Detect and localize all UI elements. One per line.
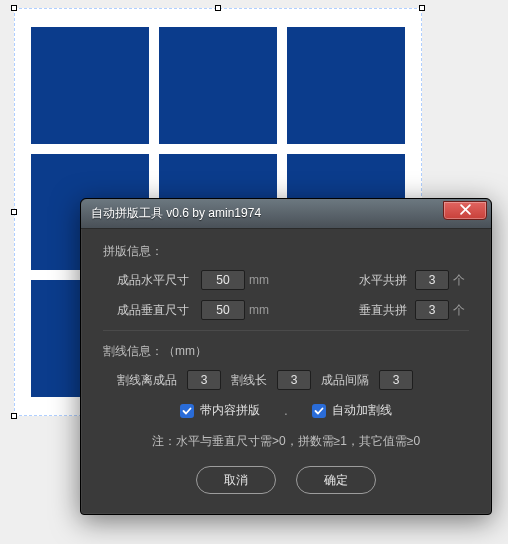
hcount-input[interactable] bbox=[415, 270, 449, 290]
unit-mm: mm bbox=[249, 273, 269, 287]
cut-len-label: 割线长 bbox=[231, 372, 267, 389]
grid-cell bbox=[287, 27, 405, 144]
resize-handle-bl[interactable] bbox=[11, 413, 17, 419]
cancel-button[interactable]: 取消 bbox=[196, 466, 276, 494]
unit-mm: mm bbox=[249, 303, 269, 317]
ok-button[interactable]: 确定 bbox=[296, 466, 376, 494]
note-text: 注：水平与垂直尺寸需>0，拼数需≥1，其它值需≥0 bbox=[103, 433, 469, 450]
checkbox-icon bbox=[180, 404, 194, 418]
checkbox-icon bbox=[312, 404, 326, 418]
close-button[interactable] bbox=[443, 201, 487, 220]
cut-gap-input[interactable] bbox=[187, 370, 221, 390]
titlebar[interactable]: 自动拼版工具 v0.6 by amin1974 bbox=[81, 199, 491, 229]
separator-dot: . bbox=[284, 404, 287, 418]
dialog-title: 自动拼版工具 v0.6 by amin1974 bbox=[91, 205, 443, 222]
unit-count: 个 bbox=[453, 272, 465, 289]
section-title: 拼版信息： bbox=[103, 243, 469, 260]
grid-cell bbox=[31, 27, 149, 144]
hcount-label: 水平共拼 bbox=[359, 272, 415, 289]
resize-handle-l[interactable] bbox=[11, 209, 17, 215]
section-cutline-info: 割线信息：（mm） 割线离成品 割线长 成品间隔 bbox=[103, 343, 469, 390]
width-label: 成品水平尺寸 bbox=[117, 272, 201, 289]
section-title: 割线信息：（mm） bbox=[103, 343, 469, 360]
close-icon bbox=[460, 204, 471, 218]
checkbox-label: 自动加割线 bbox=[332, 402, 392, 419]
resize-handle-t[interactable] bbox=[215, 5, 221, 11]
dialog: 自动拼版工具 v0.6 by amin1974 拼版信息： 成品水平尺寸 mm … bbox=[80, 198, 492, 515]
checkbox-with-content[interactable]: 带内容拼版 bbox=[180, 402, 260, 419]
height-label: 成品垂直尺寸 bbox=[117, 302, 201, 319]
cut-len-input[interactable] bbox=[277, 370, 311, 390]
vcount-label: 垂直共拼 bbox=[359, 302, 415, 319]
vcount-input[interactable] bbox=[415, 300, 449, 320]
checkbox-row: 带内容拼版 . 自动加割线 bbox=[103, 402, 469, 419]
grid-cell bbox=[159, 27, 277, 144]
width-input[interactable] bbox=[201, 270, 245, 290]
cut-gap-label: 割线离成品 bbox=[117, 372, 177, 389]
checkbox-label: 带内容拼版 bbox=[200, 402, 260, 419]
prod-gap-input[interactable] bbox=[379, 370, 413, 390]
height-input[interactable] bbox=[201, 300, 245, 320]
resize-handle-tl[interactable] bbox=[11, 5, 17, 11]
checkbox-auto-cutline[interactable]: 自动加割线 bbox=[312, 402, 392, 419]
resize-handle-tr[interactable] bbox=[419, 5, 425, 11]
button-row: 取消 确定 bbox=[103, 466, 469, 494]
unit-count: 个 bbox=[453, 302, 465, 319]
divider bbox=[103, 330, 469, 331]
section-layout-info: 拼版信息： 成品水平尺寸 mm 水平共拼 个 成品垂直尺寸 mm 垂直共拼 个 bbox=[103, 243, 469, 320]
prod-gap-label: 成品间隔 bbox=[321, 372, 369, 389]
